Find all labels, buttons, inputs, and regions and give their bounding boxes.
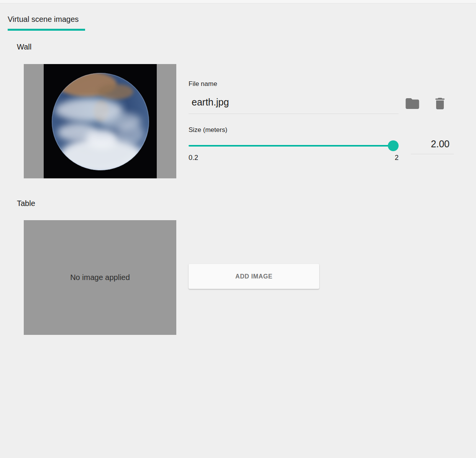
size-slider-track[interactable] [189,145,399,147]
size-label: Size (meters) [189,126,227,134]
add-image-button[interactable]: ADD IMAGE [189,264,319,289]
file-name-label: File name [189,80,217,88]
delete-image-button[interactable] [431,94,449,113]
page-title: Virtual scene images [8,15,79,24]
size-value-field[interactable]: 2.00 [411,138,454,154]
size-max-label: 2 [395,154,399,162]
table-section-label: Table [17,199,35,208]
wall-image-preview [24,64,176,178]
folder-icon [404,96,420,112]
earth-image [44,64,157,178]
page-title-accent-underline [8,29,85,31]
browse-file-button[interactable] [403,94,422,113]
size-min-label: 0.2 [189,154,198,162]
size-slider-range-labels: 0.2 2 [189,154,399,162]
file-name-field[interactable]: earth.jpg [189,97,399,114]
size-slider-thumb[interactable] [388,140,399,151]
trash-icon [432,96,448,111]
table-image-preview: No image applied [24,220,176,335]
no-image-placeholder-text: No image applied [70,273,130,282]
window-top-strip [0,0,476,3]
wall-section-label: Wall [17,43,31,51]
